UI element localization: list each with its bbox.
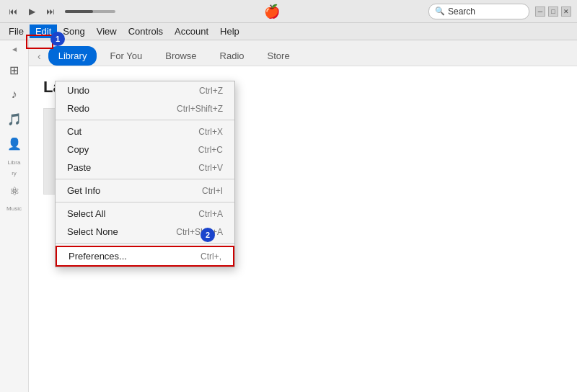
undo-label: Undo <box>67 85 89 96</box>
paste-shortcut: Ctrl+V <box>198 163 223 173</box>
select-none-shortcut: Ctrl+Shift+A <box>176 227 223 237</box>
tab-for-you[interactable]: For You <box>100 46 152 66</box>
music-label: Music <box>6 205 22 212</box>
menu-account[interactable]: Account <box>169 24 214 38</box>
sidebar-user-icon[interactable]: 👤 <box>4 133 25 153</box>
volume-fill <box>65 10 93 13</box>
undo-shortcut: Ctrl+Z <box>199 86 223 96</box>
tab-radio[interactable]: Radio <box>210 46 255 66</box>
play-button[interactable]: ▶ <box>25 4 39 19</box>
sidebar: ◀ ⊞ ♪ 🎵 👤 Libra ry ⚛ Music <box>0 40 29 392</box>
search-text: Search <box>448 6 475 17</box>
select-all-shortcut: Ctrl+A <box>198 209 223 219</box>
sidebar-grid-icon[interactable]: ⊞ <box>4 60 25 80</box>
menu-view[interactable]: View <box>91 24 123 38</box>
menu-help[interactable]: Help <box>214 24 245 38</box>
get-info-label: Get Info <box>67 185 100 196</box>
menu-get-info[interactable]: Get Info Ctrl+I <box>56 182 234 200</box>
select-none-label: Select None <box>67 226 118 237</box>
annotation-1: 1 <box>50 32 65 46</box>
nav-tabs: ‹ Library For You Browse Radio Store <box>29 40 577 66</box>
menu-paste[interactable]: Paste Ctrl+V <box>56 159 234 177</box>
back-button[interactable]: ‹ <box>38 50 41 62</box>
tab-library[interactable]: Library <box>48 46 97 66</box>
tab-store[interactable]: Store <box>257 46 300 66</box>
get-info-shortcut: Ctrl+I <box>202 186 223 196</box>
annotation-2: 2 <box>201 228 215 242</box>
cut-label: Cut <box>67 126 82 137</box>
rewind-button[interactable]: ⏮ <box>6 4 20 19</box>
cut-shortcut: Ctrl+X <box>198 127 223 137</box>
menu-bar: File Edit Song View Controls Account Hel… <box>0 23 577 40</box>
preferences-label: Preferences... <box>69 251 127 262</box>
preferences-shortcut: Ctrl+, <box>201 251 221 262</box>
menu-redo[interactable]: Redo Ctrl+Shift+Z <box>56 99 234 117</box>
main-layout: ◀ ⊞ ♪ 🎵 👤 Libra ry ⚛ Music ‹ Library For… <box>0 40 577 392</box>
window-controls: ─ □ ✕ <box>535 6 571 17</box>
separator-2 <box>56 179 234 179</box>
search-icon: 🔍 <box>435 6 445 16</box>
title-bar-left: ⏮ ▶ ⏭ <box>6 4 115 19</box>
separator-3 <box>56 202 234 202</box>
minimize-button[interactable]: ─ <box>535 6 545 17</box>
select-all-label: Select All <box>67 208 105 219</box>
sidebar-back[interactable]: ◀ <box>12 46 17 53</box>
menu-file[interactable]: File <box>3 24 30 38</box>
library-label: Libra <box>8 159 21 166</box>
copy-label: Copy <box>67 144 89 155</box>
redo-label: Redo <box>67 103 89 114</box>
menu-select-all[interactable]: Select All Ctrl+A <box>56 205 234 223</box>
menu-cut[interactable]: Cut Ctrl+X <box>56 122 234 141</box>
library-label2: ry <box>12 170 17 177</box>
menu-preferences[interactable]: Preferences... Ctrl+, <box>56 246 234 267</box>
menu-undo[interactable]: Undo Ctrl+Z <box>56 81 234 99</box>
close-button[interactable]: ✕ <box>561 6 571 17</box>
sidebar-notes-icon[interactable]: 🎵 <box>4 109 25 129</box>
separator-1 <box>56 120 234 120</box>
sidebar-atom-icon[interactable]: ⚛ <box>4 181 25 201</box>
menu-copy[interactable]: Copy Ctrl+C <box>56 141 234 159</box>
title-bar: ⏮ ▶ ⏭ 🍎 🔍 Search ─ □ ✕ <box>0 0 577 23</box>
content-area: ‹ Library For You Browse Radio Store Las… <box>29 40 577 392</box>
search-box[interactable]: 🔍 Search <box>428 4 529 19</box>
apple-logo: 🍎 <box>264 4 280 19</box>
forward-button[interactable]: ⏭ <box>43 4 58 19</box>
separator-4 <box>56 243 234 244</box>
menu-controls[interactable]: Controls <box>123 24 169 38</box>
paste-label: Paste <box>67 162 91 173</box>
copy-shortcut: Ctrl+C <box>198 145 223 155</box>
title-bar-right: 🔍 Search ─ □ ✕ <box>428 4 571 19</box>
sidebar-music-icon[interactable]: ♪ <box>4 84 25 104</box>
restore-button[interactable]: □ <box>548 6 558 17</box>
tab-browse[interactable]: Browse <box>155 46 206 66</box>
volume-slider[interactable] <box>65 10 115 13</box>
redo-shortcut: Ctrl+Shift+Z <box>177 104 223 114</box>
